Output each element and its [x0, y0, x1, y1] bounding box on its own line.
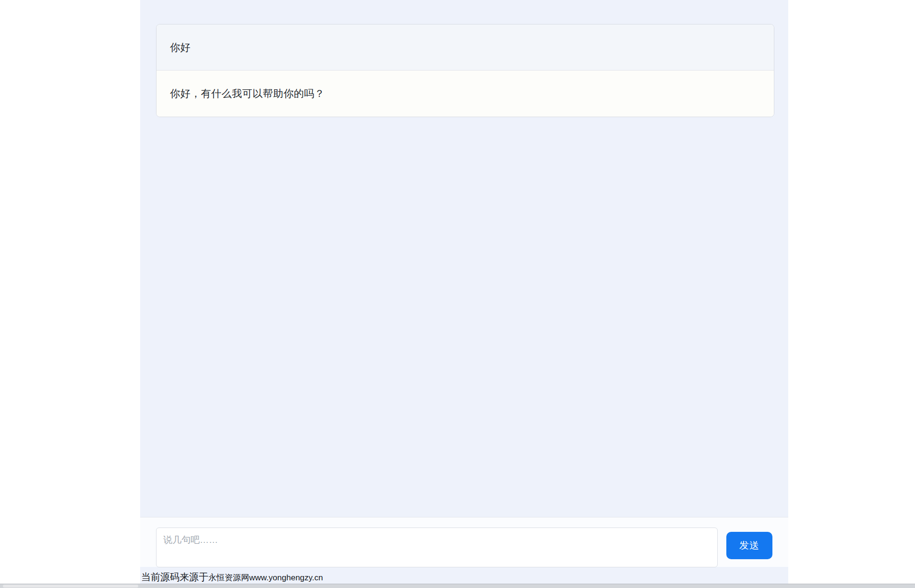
attribution-prefix-text: 当前源码来源于: [141, 572, 208, 582]
attribution-source-text: 永恒资源网www.yonghengzy.cn: [208, 573, 323, 582]
composer-bar: 发送: [140, 517, 788, 567]
page-viewport: 你好 你好，有什么我可以帮助你的吗？ 发送 当前源码来源于永恒资源网www.yo…: [0, 0, 915, 588]
assistant-message-row: 你好，有什么我可以帮助你的吗？: [157, 71, 774, 117]
send-button[interactable]: 发送: [726, 532, 772, 559]
user-message-text: 你好: [170, 41, 191, 54]
user-message-row: 你好: [157, 24, 774, 71]
source-attribution: 当前源码来源于永恒资源网www.yonghengzy.cn: [141, 570, 323, 585]
horizontal-scrollbar-thumb[interactable]: [3, 585, 138, 588]
chat-message-card: 你好 你好，有什么我可以帮助你的吗？: [156, 24, 774, 117]
horizontal-scrollbar[interactable]: [0, 584, 915, 588]
message-input[interactable]: [156, 528, 718, 567]
chat-column: 你好 你好，有什么我可以帮助你的吗？ 发送 当前源码来源于永恒资源网www.yo…: [140, 0, 788, 588]
assistant-message-text: 你好，有什么我可以帮助你的吗？: [170, 87, 325, 100]
